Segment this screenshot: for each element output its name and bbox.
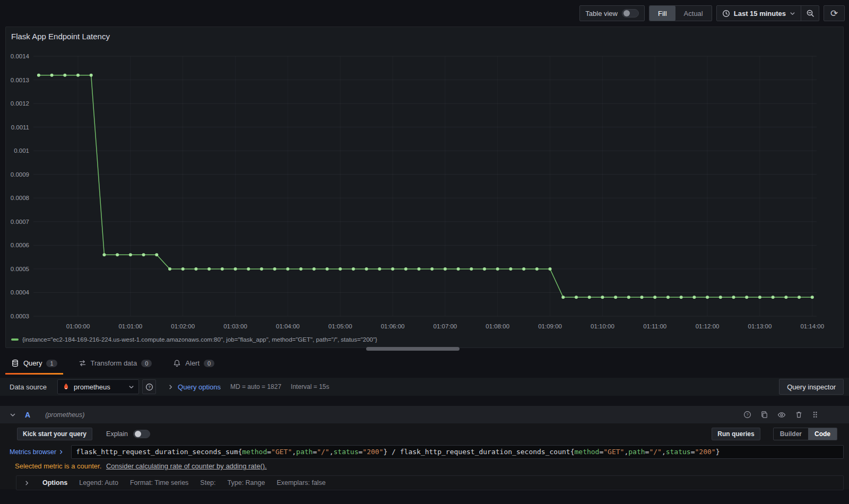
bell-icon bbox=[173, 359, 181, 367]
query-toolbar-row: Kick start your query Explain Run querie… bbox=[17, 428, 837, 440]
svg-text:01:08:00: 01:08:00 bbox=[486, 323, 509, 329]
kick-start-query-button[interactable]: Kick start your query bbox=[17, 428, 92, 440]
tab-query-badge: 1 bbox=[46, 360, 57, 367]
fill-button[interactable]: Fill bbox=[649, 6, 675, 21]
toggle-knob bbox=[623, 10, 630, 16]
run-queries-button[interactable]: Run queries bbox=[712, 428, 760, 440]
time-range-picker[interactable]: Last 15 minutes bbox=[717, 6, 801, 21]
tab-alert[interactable]: Alert 0 bbox=[167, 352, 220, 375]
query-ref-id: A bbox=[25, 411, 30, 419]
query-options-summary[interactable]: Options Legend: Auto Format: Time series… bbox=[16, 475, 844, 490]
tab-query[interactable]: Query 1 bbox=[5, 352, 63, 375]
warning-rate-link[interactable]: Consider calculating rate of counter by … bbox=[106, 462, 267, 470]
explain-label: Explain bbox=[106, 430, 128, 438]
query-expression-row: Metrics browser flask_http_request_durat… bbox=[10, 445, 844, 459]
svg-text:0.0009: 0.0009 bbox=[11, 171, 29, 178]
table-view-toggle[interactable] bbox=[622, 9, 639, 18]
interval-text: Interval = 15s bbox=[291, 383, 329, 390]
query-row-header[interactable]: A (prometheus) ? bbox=[0, 406, 849, 423]
query-toolbar-right: Run queries Builder Code bbox=[712, 428, 837, 440]
chart-legend[interactable]: {instance="ec2-184-169-216-224.us-west-1… bbox=[11, 336, 377, 343]
datasource-row: Data source prometheus ? Query options M… bbox=[0, 378, 849, 396]
svg-text:0.0003: 0.0003 bbox=[11, 313, 29, 319]
refresh-icon: ⟳ bbox=[830, 8, 838, 19]
svg-text:0.0011: 0.0011 bbox=[11, 124, 29, 131]
code-button[interactable]: Code bbox=[808, 428, 837, 440]
query-editor-section: A (prometheus) ? Kick start your query E… bbox=[0, 406, 849, 489]
svg-text:01:02:00: 01:02:00 bbox=[171, 323, 195, 329]
time-range-label: Last 15 minutes bbox=[734, 10, 786, 18]
actual-button[interactable]: Actual bbox=[675, 6, 712, 21]
svg-text:01:11:00: 01:11:00 bbox=[643, 323, 666, 329]
collapse-chevron-icon[interactable] bbox=[10, 412, 16, 418]
svg-text:0.0007: 0.0007 bbox=[11, 219, 29, 225]
svg-text:01:04:00: 01:04:00 bbox=[276, 323, 300, 329]
svg-text:0.0012: 0.0012 bbox=[11, 100, 29, 107]
svg-text:0.0013: 0.0013 bbox=[11, 77, 29, 83]
svg-text:01:03:00: 01:03:00 bbox=[223, 323, 247, 329]
drag-handle[interactable] bbox=[812, 411, 818, 419]
query-datasource-hint: (prometheus) bbox=[45, 411, 84, 419]
trash-icon bbox=[795, 411, 803, 419]
horizontal-scrollbar-thumb[interactable] bbox=[366, 347, 460, 351]
svg-text:01:00:00: 01:00:00 bbox=[66, 323, 90, 329]
query-inspector-button[interactable]: Query inspector bbox=[779, 379, 844, 395]
svg-text:01:12:00: 01:12:00 bbox=[696, 323, 720, 329]
max-data-points-text: MD = auto = 1827 bbox=[230, 383, 281, 390]
tab-query-label: Query bbox=[23, 359, 42, 367]
svg-text:0.0014: 0.0014 bbox=[11, 53, 30, 59]
warning-text: Selected metric is a counter. bbox=[15, 462, 101, 470]
svg-text:01:13:00: 01:13:00 bbox=[748, 323, 772, 329]
refresh-button[interactable]: ⟳ bbox=[824, 5, 845, 21]
chevron-right-icon bbox=[58, 449, 64, 455]
svg-text:01:01:00: 01:01:00 bbox=[118, 323, 142, 329]
option-step: Step: bbox=[200, 479, 215, 486]
builder-button[interactable]: Builder bbox=[774, 428, 808, 440]
metrics-browser-label: Metrics browser bbox=[10, 448, 56, 456]
tab-transform-label: Transform data bbox=[91, 359, 137, 367]
query-options-toggle[interactable]: Query options bbox=[168, 383, 221, 391]
svg-text:0.0006: 0.0006 bbox=[11, 242, 29, 248]
legend-series-marker bbox=[11, 338, 19, 341]
remove-query-button[interactable] bbox=[795, 411, 803, 419]
metrics-browser-button[interactable]: Metrics browser bbox=[10, 448, 64, 456]
option-format: Format: Time series bbox=[130, 479, 188, 486]
copy-icon bbox=[760, 411, 768, 419]
option-type: Type: Range bbox=[228, 479, 265, 486]
explain-toggle[interactable] bbox=[133, 430, 150, 438]
svg-text:01:06:00: 01:06:00 bbox=[381, 323, 405, 329]
info-circle-icon: ? bbox=[743, 411, 751, 419]
counter-warning-row: Selected metric is a counter. Consider c… bbox=[15, 462, 844, 470]
legend-series-label: {instance="ec2-184-169-216-224.us-west-1… bbox=[22, 336, 377, 343]
svg-text:?: ? bbox=[148, 385, 151, 389]
tab-transform-badge: 0 bbox=[141, 360, 152, 367]
latency-panel: Flask App Endpoint Latency 0.00030.00040… bbox=[5, 27, 844, 348]
svg-text:01:09:00: 01:09:00 bbox=[538, 323, 562, 329]
builder-code-segmented: Builder Code bbox=[773, 428, 837, 440]
svg-text:0.001: 0.001 bbox=[14, 147, 29, 154]
latency-chart[interactable]: 0.00030.00040.00050.00060.00070.00080.00… bbox=[6, 47, 844, 336]
svg-text:0.0005: 0.0005 bbox=[11, 266, 29, 272]
table-view-label: Table view bbox=[585, 10, 618, 18]
query-help-button[interactable]: ? bbox=[743, 411, 751, 419]
options-title: Options bbox=[42, 479, 67, 486]
datasource-selected-value: prometheus bbox=[74, 383, 125, 391]
chevron-right-icon bbox=[24, 480, 30, 486]
hide-query-button[interactable] bbox=[777, 411, 786, 419]
transform-icon bbox=[79, 359, 86, 367]
svg-text:0.0008: 0.0008 bbox=[11, 195, 29, 201]
panel-edit-toolbar: Table view Fill Actual Last 15 minutes ⟳ bbox=[0, 0, 849, 27]
promql-query-input[interactable]: flask_http_request_duration_seconds_sum{… bbox=[71, 445, 844, 459]
database-icon bbox=[11, 359, 19, 367]
duplicate-query-button[interactable] bbox=[760, 411, 768, 419]
datasource-help-button[interactable]: ? bbox=[142, 379, 156, 394]
chevron-down-icon bbox=[128, 384, 134, 390]
chevron-down-icon bbox=[790, 11, 795, 16]
panel-title: Flask App Endpoint Latency bbox=[11, 32, 110, 41]
tab-transform-data[interactable]: Transform data 0 bbox=[73, 352, 158, 375]
option-exemplars: Exemplars: false bbox=[276, 479, 325, 486]
datasource-picker[interactable]: prometheus bbox=[57, 379, 139, 394]
zoom-out-button[interactable] bbox=[801, 6, 819, 21]
prometheus-icon bbox=[62, 383, 70, 391]
svg-text:01:05:00: 01:05:00 bbox=[328, 323, 352, 329]
